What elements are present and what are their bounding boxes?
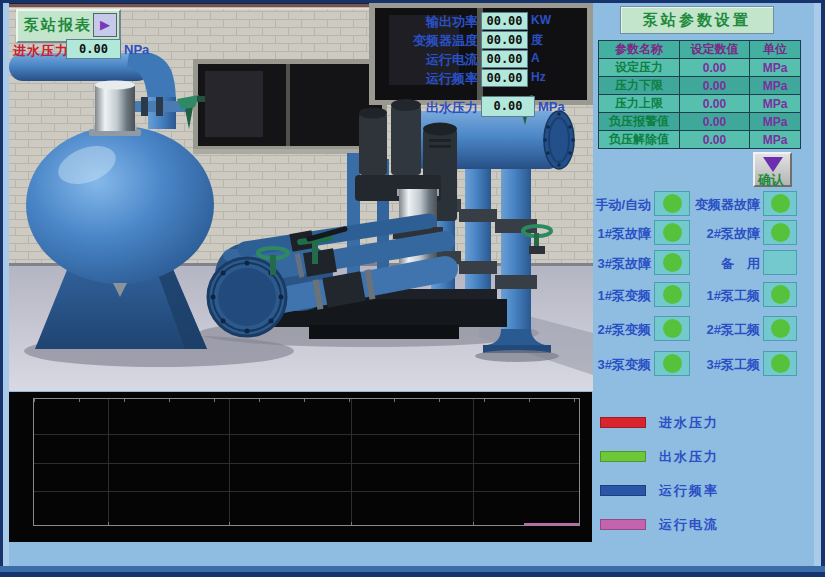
frame-strip-left <box>3 3 9 566</box>
table-row: 设定压力 0.00 MPa <box>599 59 801 77</box>
report-button[interactable]: 泵站报表 ▶ <box>16 9 121 43</box>
status-lamp <box>771 223 790 242</box>
indicator-label-pump3-fault: 3#泵故障 <box>578 255 651 273</box>
axis-tick <box>259 399 260 402</box>
indicator-light-pump2-vfd <box>654 316 690 341</box>
param-unit: MPa <box>750 131 801 149</box>
run-freq-unit: Hz <box>531 70 546 84</box>
indicator-label-pump3-mains: 3#泵工频 <box>686 356 760 374</box>
param-value[interactable]: 0.00 <box>680 95 750 113</box>
down-triangle-icon <box>763 157 783 172</box>
indicator-label-vfd-fault: 变频器故障 <box>686 196 760 214</box>
param-unit: MPa <box>750 95 801 113</box>
indicator-light-vfd-fault <box>763 191 797 216</box>
inlet-pressure-label: 进水压力 <box>13 42 69 60</box>
legend-swatch-outlet <box>600 451 646 462</box>
status-lamp <box>771 354 790 373</box>
indicator-label-pump2-fault: 2#泵故障 <box>686 225 760 243</box>
trend-chart <box>9 392 592 542</box>
param-value[interactable]: 0.00 <box>680 131 750 149</box>
indicator-light-pump2-mains <box>763 316 797 341</box>
param-value[interactable]: 0.00 <box>680 59 750 77</box>
status-lamp <box>771 194 790 213</box>
indicator-light-pump3-fault <box>654 250 690 275</box>
indicator-label-pump3-vfd: 3#泵变频 <box>578 356 651 374</box>
indicator-label-pump1-mains: 1#泵工频 <box>686 287 760 305</box>
param-value[interactable]: 0.00 <box>680 113 750 131</box>
status-lamp <box>663 319 682 338</box>
indicator-light-pump1-vfd <box>654 282 690 307</box>
axis-tick <box>439 399 440 402</box>
axis-tick <box>169 399 170 402</box>
indicator-light-manual-auto <box>654 191 690 216</box>
table-row: 负压解除值 0.00 MPa <box>599 131 801 149</box>
indicator-light-pump1-fault <box>654 220 690 245</box>
legend-swatch-inlet <box>600 417 646 428</box>
pump-station-hmi-screen: 泵站报表 ▶ 进水压力 0.00 NPa 输出功率 00.00 KW 变频器温度… <box>0 0 825 577</box>
inverter-temp-label: 变频器温度 <box>385 32 478 50</box>
current-trace <box>524 523 579 525</box>
inlet-pressure-value: 0.00 <box>66 39 121 59</box>
status-lamp <box>663 223 682 242</box>
col-unit: 单位 <box>750 41 801 59</box>
outlet-pressure-value: 0.00 <box>481 96 535 117</box>
param-name: 压力下限 <box>599 77 680 95</box>
window-left <box>193 59 387 154</box>
status-lamp <box>771 285 790 304</box>
table-row: 压力下限 0.00 MPa <box>599 77 801 95</box>
indicator-label-spare: 备 用 <box>686 255 760 273</box>
param-value[interactable]: 0.00 <box>680 77 750 95</box>
indicator-light-pump2-fault <box>763 220 797 245</box>
legend-label-outlet: 出水压力 <box>659 448 719 466</box>
table-row: 负压报警值 0.00 MPa <box>599 113 801 131</box>
param-unit: MPa <box>750 113 801 131</box>
output-power-label: 输出功率 <box>385 13 478 31</box>
axis-tick <box>124 399 125 402</box>
run-current-unit: A <box>531 51 540 65</box>
axis-tick <box>529 399 530 402</box>
axis-tick <box>34 399 35 402</box>
frame-strip-right <box>814 3 821 566</box>
param-name: 设定压力 <box>599 59 680 77</box>
param-name: 压力上限 <box>599 95 680 113</box>
table-row: 压力上限 0.00 MPa <box>599 95 801 113</box>
status-lamp <box>663 354 682 373</box>
confirm-button-label: 确认 <box>758 171 784 189</box>
param-name: 负压报警值 <box>599 113 680 131</box>
outlet-pressure-unit: MPa <box>538 99 565 114</box>
axis-tick <box>108 522 109 525</box>
legend-label-current: 运行电流 <box>659 516 719 534</box>
indicator-light-pump3-vfd <box>654 351 690 376</box>
frame-edge-top <box>0 0 825 3</box>
frame-edge-right <box>821 0 825 577</box>
status-lamp <box>663 194 682 213</box>
status-lamp <box>771 319 790 338</box>
axis-tick <box>214 399 215 402</box>
run-freq-value: 00.00 <box>481 69 528 87</box>
play-icon[interactable]: ▶ <box>93 13 117 37</box>
indicator-light-pump3-mains <box>763 351 797 376</box>
param-unit: MPa <box>750 59 801 77</box>
run-freq-label: 运行频率 <box>385 70 478 88</box>
outlet-pressure-label: 出水压力 <box>385 99 478 117</box>
indicator-light-pump1-mains <box>763 282 797 307</box>
inlet-pressure-unit: NPa <box>124 42 149 57</box>
indicator-label-pump1-vfd: 1#泵变频 <box>578 287 651 305</box>
axis-tick <box>394 399 395 402</box>
col-param-name: 参数名称 <box>599 41 680 59</box>
run-current-value: 00.00 <box>481 50 528 68</box>
axis-tick <box>574 399 575 402</box>
status-lamp <box>663 285 682 304</box>
axis-tick <box>473 522 474 525</box>
inverter-temp-unit: 度 <box>531 32 543 49</box>
confirm-button[interactable]: 确认 <box>753 152 792 187</box>
legend-label-inlet: 进水压力 <box>659 414 719 432</box>
indicator-label-pump1-fault: 1#泵故障 <box>578 225 651 243</box>
legend-swatch-frequency <box>600 485 646 496</box>
axis-tick <box>304 399 305 402</box>
inverter-temp-value: 00.00 <box>481 31 528 49</box>
col-set-value: 设定数值 <box>680 41 750 59</box>
indicator-light-spare <box>763 250 797 275</box>
report-button-label: 泵站报表 <box>24 16 92 35</box>
indicator-label-pump2-mains: 2#泵工频 <box>686 321 760 339</box>
